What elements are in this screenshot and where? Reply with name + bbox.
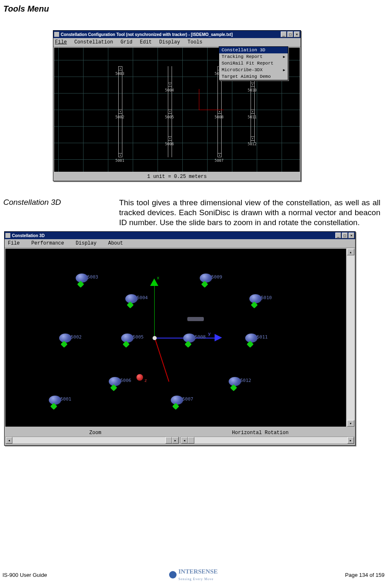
sonidisc-icon: [229, 377, 241, 386]
sonidisc-icon: [245, 334, 258, 343]
beacon-5012-label: 5012: [248, 142, 257, 146]
scroll-right-button[interactable]: ▸: [347, 437, 354, 444]
menu-file[interactable]: File: [55, 39, 67, 45]
scroll-left-button[interactable]: ◂: [181, 437, 188, 444]
zoom-label: Zoom: [5, 430, 178, 436]
menu-edit[interactable]: Edit: [140, 39, 152, 45]
sonidisc-icon: [125, 294, 138, 303]
beacon-5006-label: 5006: [165, 142, 174, 146]
feature-description: This tool gives a three dimensional view…: [119, 198, 384, 227]
logo-subtext: Sensing Every Move: [178, 577, 213, 581]
close-button[interactable]: ×: [349, 233, 354, 238]
menu-display[interactable]: Display: [159, 39, 180, 45]
slider-labels: Zoom Horizontal Rotation: [5, 427, 355, 437]
sonidisc-icon: [121, 334, 134, 343]
config-tool-title: Constellation Configuration Tool (not sy…: [61, 32, 233, 37]
beacon-5007-label: 5007: [215, 158, 224, 163]
minimize-button[interactable]: _: [281, 31, 287, 37]
config-tool-menubar: File Constellation Grid Edit Display Too…: [53, 38, 301, 47]
zoom-slider[interactable]: ◂ ▸: [5, 437, 179, 444]
dropdown-sonirail-fit[interactable]: SoniRail Fit Report: [219, 60, 288, 67]
constellation-3d-menubar: File Performance Display About: [5, 239, 355, 248]
page-footer: IS-900 User Guide INTERSENSE Sensing Eve…: [0, 568, 387, 581]
disc-label: 5009: [211, 274, 222, 280]
figure-config-tool: Constellation Configuration Tool (not sy…: [53, 30, 384, 181]
sonidisc-icon: [171, 396, 183, 405]
sonidisc-icon: [200, 274, 212, 283]
beacon-5003-label: 5003: [115, 72, 124, 76]
rotation-label: Horizontal Rotation: [178, 430, 355, 436]
footer-left: IS-900 User Guide: [2, 572, 169, 578]
menu-tools[interactable]: Tools: [187, 39, 202, 45]
section-title: Tools Menu: [3, 4, 384, 14]
dropdown-item-label: SoniRail Fit Report: [222, 61, 273, 66]
close-button[interactable]: ×: [294, 31, 300, 37]
axis-x-label: x: [157, 275, 160, 281]
disc-label: 5003: [87, 274, 98, 280]
vertical-scrollbar[interactable]: ▴ ▾: [347, 249, 354, 427]
sonidisc-icon: [109, 377, 121, 386]
dropdown-item-label: Constellation 3D: [222, 48, 265, 53]
disc-label: 5005: [133, 334, 144, 340]
beacon-5002-label: 5002: [115, 115, 124, 119]
window-icon: [5, 233, 10, 238]
dropdown-tracking-report[interactable]: Tracking Report ▶: [219, 53, 288, 60]
dropdown-target-aiming[interactable]: Target Aiming Demo: [219, 73, 288, 80]
feature-label: Constellation 3D: [3, 198, 119, 227]
sonidisc-icon: [76, 274, 88, 283]
scroll-right-button[interactable]: ▸: [172, 437, 179, 444]
disc-label: 5007: [182, 396, 194, 402]
submenu-arrow-icon: ▶: [283, 68, 285, 72]
beacon-5011-label: 5011: [248, 115, 257, 119]
constellation-3d-window: Constellation 3D _ □ × File Performance …: [4, 231, 356, 446]
minimize-button[interactable]: _: [335, 233, 341, 238]
logo-text: INTERSENSE: [178, 568, 217, 575]
menu-display[interactable]: Display: [76, 240, 96, 246]
disc-label: 5011: [257, 334, 268, 340]
tracker-icon: [187, 317, 204, 321]
menu-file[interactable]: File: [8, 240, 20, 246]
scroll-left-button[interactable]: ◂: [6, 437, 12, 444]
maximize-button[interactable]: □: [342, 233, 348, 238]
axis-z-label: z: [144, 378, 147, 383]
dropdown-item-label: MicroScribe-3DX: [222, 67, 263, 72]
config-tool-window: Constellation Configuration Tool (not sy…: [53, 30, 301, 181]
disc-label: 5012: [240, 378, 251, 383]
disc-label: 5002: [71, 334, 82, 340]
3d-canvas: x y z 5003500950045010500250055008501150…: [5, 249, 346, 427]
disc-label: 5008: [195, 334, 206, 340]
window-icon: [54, 32, 59, 37]
maximize-button[interactable]: □: [287, 31, 293, 37]
dropdown-constellation-3d[interactable]: Constellation 3D: [219, 47, 288, 53]
tools-dropdown: Constellation 3D Tracking Report ▶ SoniR…: [219, 46, 288, 80]
beacon-5008-label: 5008: [215, 115, 224, 119]
constellation-3d-title: Constellation 3D: [12, 233, 45, 238]
disc-label: 5006: [120, 378, 131, 383]
scale-bar: 1 unit = 0.25 meters: [53, 173, 301, 181]
menu-grid[interactable]: Grid: [120, 39, 132, 45]
sonidisc-icon: [249, 294, 262, 303]
axis-y-label: y: [208, 331, 211, 336]
beacon-5001-label: 5001: [115, 158, 124, 163]
config-tool-titlebar: Constellation Configuration Tool (not sy…: [53, 31, 301, 38]
menu-constellation[interactable]: Constellation: [74, 39, 113, 45]
y-axis-cone-icon: [215, 334, 222, 341]
description-row: Constellation 3D This tool gives a three…: [3, 198, 384, 227]
disc-label: 5010: [261, 295, 272, 300]
dropdown-item-label: Tracking Report: [222, 54, 263, 59]
logo-icon: [169, 571, 177, 578]
sonidisc-icon: [59, 334, 72, 343]
dropdown-microscribe[interactable]: MicroScribe-3DX ▶: [219, 67, 288, 73]
rotation-slider[interactable]: ◂ ▸: [181, 437, 354, 444]
disc-label: 5001: [60, 396, 72, 402]
scroll-down-button[interactable]: ▾: [347, 420, 354, 427]
footer-right: Page 134 of 159: [218, 572, 385, 578]
z-axis-cone-icon: [136, 374, 143, 381]
menu-about[interactable]: About: [108, 240, 123, 246]
beacon-5010-label: 5010: [248, 88, 257, 92]
sonidisc-icon: [183, 334, 196, 343]
scroll-up-button[interactable]: ▴: [347, 249, 354, 255]
menu-performance[interactable]: Performance: [31, 240, 64, 246]
sonidisc-icon: [49, 396, 61, 405]
submenu-arrow-icon: ▶: [283, 55, 285, 59]
